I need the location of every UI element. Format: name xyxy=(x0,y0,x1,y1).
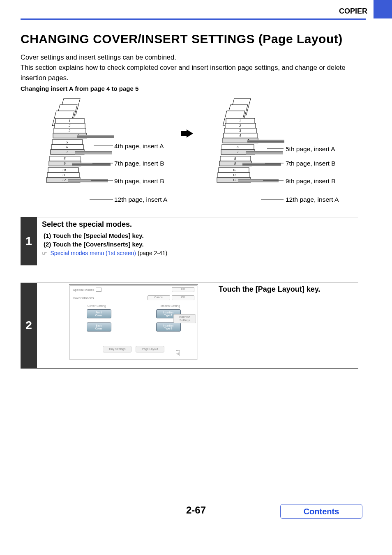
svg-text:7: 7 xyxy=(66,150,68,154)
svg-text:5: 5 xyxy=(66,140,68,144)
svg-rect-11 xyxy=(77,135,114,138)
svg-text:11: 11 xyxy=(62,173,65,177)
panel-subheader: Covers/Inserts xyxy=(73,296,94,300)
svg-text:8: 8 xyxy=(64,157,66,161)
panel-header: Special Modes xyxy=(73,288,94,292)
svg-rect-50 xyxy=(247,140,284,143)
svg-rect-35 xyxy=(181,131,187,136)
step-2-title: Touch the [Page Layout] key. xyxy=(219,285,320,294)
page-title: CHANGING COVER/INSERT SETTINGS (Page Lay… xyxy=(21,32,343,46)
pointer-icon: ☞ xyxy=(42,250,47,256)
front-cover-button[interactable]: Front Cover xyxy=(87,309,111,318)
covers-inserts-panel: Special Modes OK Covers/Inserts Cancel O… xyxy=(69,284,198,360)
panel-ok[interactable]: OK xyxy=(172,295,194,300)
svg-text:12: 12 xyxy=(233,178,237,182)
svg-rect-55 xyxy=(246,151,283,154)
svg-text:3: 3 xyxy=(68,129,71,133)
intro-text: Cover settings and insert settings can b… xyxy=(21,52,353,83)
back-cover-button[interactable]: Back Cover xyxy=(87,322,111,332)
step-1: 1 Select the special modes. (1) Touch th… xyxy=(21,217,358,266)
step-number-2: 2 xyxy=(21,283,37,368)
step-1-item-1: (1) Touch the [Special Modes] key. xyxy=(42,232,358,239)
insertion-type-b-button[interactable]: Insertion Type B xyxy=(156,322,181,332)
insertion-settings-button[interactable]: Insertion Settings xyxy=(173,314,196,323)
tab-icon xyxy=(96,288,101,292)
svg-text:1: 1 xyxy=(69,119,71,123)
callout-left-3: 9th page, insert B xyxy=(114,177,164,185)
svg-text:2: 2 xyxy=(69,124,71,128)
step-1-link-suffix: (page 2-41) xyxy=(136,250,167,256)
cover-setting-heading: Cover Setting xyxy=(74,304,119,308)
rule xyxy=(21,217,358,217)
step-number-1: 1 xyxy=(21,217,37,265)
section-header: COPIER xyxy=(339,7,367,16)
step-1-item-2: (2) Touch the [Covers/Inserts] key. xyxy=(42,241,358,248)
svg-text:9: 9 xyxy=(64,161,66,166)
step-1-title: Select the special modes. xyxy=(42,220,358,229)
svg-text:9: 9 xyxy=(234,161,236,166)
svg-text:10: 10 xyxy=(62,168,66,172)
svg-text:6: 6 xyxy=(66,145,68,149)
svg-text:12: 12 xyxy=(62,178,66,182)
callout-left-2: 7th page, insert B xyxy=(114,160,164,167)
callout-right-4: 12th page, insert A xyxy=(286,196,339,203)
svg-text:3: 3 xyxy=(239,129,241,133)
callout-left-1: 4th page, insert A xyxy=(114,143,164,150)
contents-button[interactable]: Contents xyxy=(280,504,362,519)
svg-text:11: 11 xyxy=(233,173,236,177)
panel-ok-top[interactable]: OK xyxy=(172,287,194,292)
svg-text:1: 1 xyxy=(239,119,241,123)
callout-right-2: 7th page, insert B xyxy=(286,160,336,167)
callout-right-3: 9th page, insert B xyxy=(286,177,336,185)
example-heading: Changing insert A from page 4 to page 5 xyxy=(21,85,138,92)
svg-rect-18 xyxy=(75,151,112,154)
touch-cursor-icon: ☟ xyxy=(175,348,180,358)
step-2: 2 Special Modes OK Covers/Inserts Cancel… xyxy=(21,283,358,369)
diagram: 1 2 3 4 5 6 7 8 9 10 11 12 xyxy=(21,94,370,207)
svg-text:2: 2 xyxy=(239,124,241,128)
svg-text:6: 6 xyxy=(237,145,239,149)
svg-marker-36 xyxy=(187,129,193,138)
svg-text:8: 8 xyxy=(234,157,236,161)
corner-accent xyxy=(374,0,392,18)
panel-cancel[interactable]: Cancel xyxy=(148,295,170,300)
tray-settings-button[interactable]: Tray Settings xyxy=(103,346,131,352)
rule xyxy=(21,283,358,283)
svg-text:10: 10 xyxy=(233,168,237,172)
inserts-setting-heading: Inserts Setting xyxy=(148,304,193,308)
rule-bottom xyxy=(21,368,358,369)
callout-right-1: 5th page, insert A xyxy=(286,145,335,153)
page-layout-button[interactable]: Page Layout xyxy=(136,346,164,352)
step-1-link[interactable]: Special modes menu (1st screen) xyxy=(50,250,136,256)
header-rule xyxy=(21,18,366,20)
svg-text:4: 4 xyxy=(239,134,241,138)
svg-text:7: 7 xyxy=(237,150,239,154)
callout-left-4: 12th page, insert A xyxy=(114,196,167,203)
